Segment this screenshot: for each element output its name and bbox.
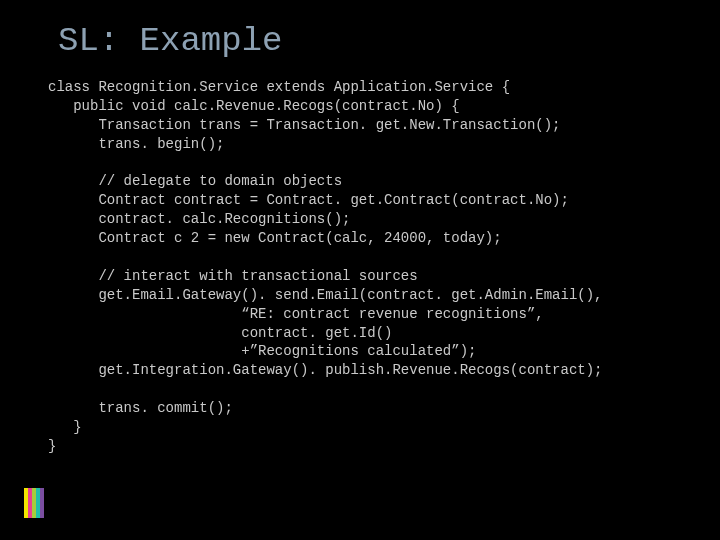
code-line: “RE: contract revenue recognitions”, bbox=[48, 306, 544, 322]
code-line: } bbox=[48, 419, 82, 435]
slide-title: SL: Example bbox=[58, 22, 670, 60]
code-line: +”Recognitions calculated”); bbox=[48, 343, 476, 359]
code-block: class Recognition.Service extends Applic… bbox=[48, 78, 670, 456]
code-line: trans. commit(); bbox=[48, 400, 233, 416]
accent-stripes bbox=[24, 488, 44, 518]
code-line: } bbox=[48, 438, 56, 454]
code-line: // interact with transactional sources bbox=[48, 268, 418, 284]
slide: SL: Example class Recognition.Service ex… bbox=[0, 0, 720, 540]
code-line: trans. begin(); bbox=[48, 136, 224, 152]
code-line: get.Email.Gateway(). send.Email(contract… bbox=[48, 287, 603, 303]
code-line: Contract contract = Contract. get.Contra… bbox=[48, 192, 569, 208]
code-line: Transaction trans = Transaction. get.New… bbox=[48, 117, 560, 133]
code-line: contract. calc.Recognitions(); bbox=[48, 211, 350, 227]
code-line: contract. get.Id() bbox=[48, 325, 392, 341]
code-line: // delegate to domain objects bbox=[48, 173, 342, 189]
code-line: get.Integration.Gateway(). publish.Reven… bbox=[48, 362, 603, 378]
stripe bbox=[40, 488, 44, 518]
code-line: class Recognition.Service extends Applic… bbox=[48, 79, 510, 95]
code-line: Contract c 2 = new Contract(calc, 24000,… bbox=[48, 230, 502, 246]
code-line: public void calc.Revenue.Recogs(contract… bbox=[48, 98, 460, 114]
